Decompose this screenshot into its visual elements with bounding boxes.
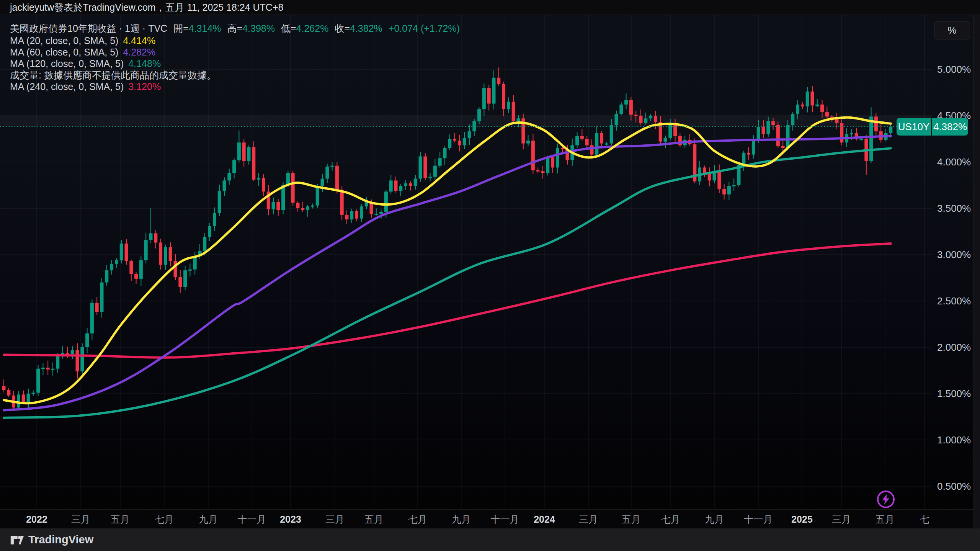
- change-value: +0.074 (+1.72%): [389, 23, 460, 34]
- ohlc-value: 4.398%: [242, 23, 275, 34]
- brand-name[interactable]: TradingView: [28, 533, 93, 546]
- time-label: 五月: [364, 510, 384, 529]
- indicator-value: 3.120%: [128, 81, 161, 92]
- ohlc-value: 4.314%: [189, 23, 221, 34]
- ohlc-label: 低=: [281, 23, 296, 34]
- time-label: 2022: [26, 510, 47, 529]
- ohlc-value: 4.262%: [296, 23, 329, 34]
- ohlc-value: 4.382%: [350, 23, 382, 34]
- time-label: 五月: [875, 510, 895, 529]
- symbol-info-row[interactable]: 美國政府債券10年期收益 · 1週 · TVC開=4.314%高=4.398%低…: [10, 22, 460, 35]
- attribution-text: jackieyutw發表於TradingView.com，五月 11, 2025…: [10, 2, 283, 13]
- ohlc-label: 開=: [173, 23, 189, 34]
- right-gutter: [973, 15, 980, 528]
- time-axis[interactable]: 2022三月五月七月九月十一月2023三月五月七月九月十一月2024三月五月七月…: [0, 509, 973, 529]
- time-label: 三月: [71, 510, 90, 529]
- ma-ma60-line: [4, 136, 891, 410]
- time-label: 七: [920, 510, 929, 529]
- svg-text:1.000%: 1.000%: [937, 434, 971, 446]
- lightning-bolt-icon: [876, 489, 896, 509]
- time-label: 十一月: [744, 510, 773, 529]
- chart-legend: 美國政府債券10年期收益 · 1週 · TVC開=4.314%高=4.398%低…: [10, 22, 460, 92]
- time-label: 2023: [280, 510, 301, 529]
- indicator-value: 4.282%: [123, 47, 155, 57]
- time-label: 七月: [661, 510, 680, 529]
- indicator-label: 成交量: 數據供應商不提供此商品的成交量數據。: [10, 70, 216, 80]
- indicator-value: 4.414%: [123, 35, 155, 46]
- svg-text:2.500%: 2.500%: [937, 295, 971, 307]
- ohlc-label: 收=: [335, 23, 350, 34]
- svg-text:3.500%: 3.500%: [937, 203, 971, 214]
- time-label: 三月: [832, 510, 851, 529]
- price-scale-unit-button[interactable]: %: [934, 21, 970, 39]
- legend-row[interactable]: MA (240, close, 0, SMA, 5)3.120%: [10, 81, 460, 92]
- symbol-title[interactable]: 美國政府債券10年期收益 · 1週 · TVC: [10, 23, 167, 34]
- time-label: 五月: [111, 510, 130, 529]
- tradingview-chart-screenshot: jackieyutw發表於TradingView.com，五月 11, 2025…: [0, 0, 980, 551]
- svg-text:4.000%: 4.000%: [937, 156, 971, 168]
- time-label: 五月: [622, 510, 641, 529]
- ma-ma20-line: [4, 118, 891, 404]
- svg-text:5.000%: 5.000%: [937, 64, 971, 75]
- time-label: 九月: [452, 510, 471, 529]
- time-label: 2025: [791, 510, 813, 529]
- svg-text:2.000%: 2.000%: [937, 342, 971, 353]
- time-label: 七月: [155, 510, 174, 529]
- time-label: 三月: [579, 510, 598, 529]
- ohlc-label: 高=: [227, 23, 243, 34]
- time-label: 九月: [199, 510, 218, 529]
- realtime-lightning-icon[interactable]: [876, 489, 896, 509]
- symbol-label: US10Y: [897, 118, 931, 136]
- time-label: 十一月: [491, 510, 519, 529]
- svg-text:1.500%: 1.500%: [937, 388, 971, 399]
- time-label: 2024: [534, 510, 555, 529]
- ma-ma240-line: [4, 244, 891, 358]
- last-price-badge: US10Y 4.382%: [897, 118, 968, 136]
- chart-pane[interactable]: 5.000%4.500%4.000%3.500%3.000%2.500%2.00…: [0, 15, 973, 509]
- attribution-bar: jackieyutw發表於TradingView.com，五月 11, 2025…: [0, 0, 980, 15]
- legend-row[interactable]: MA (120, close, 0, SMA, 5)4.148%: [10, 58, 460, 69]
- time-label: 三月: [325, 510, 345, 529]
- indicator-label: MA (240, close, 0, SMA, 5): [10, 81, 124, 92]
- tradingview-logo-icon[interactable]: [10, 533, 24, 547]
- legend-row[interactable]: 成交量: 數據供應商不提供此商品的成交量數據。: [10, 69, 460, 81]
- indicator-label: MA (120, close, 0, SMA, 5): [10, 58, 124, 69]
- time-label: 十一月: [238, 510, 266, 529]
- legend-row[interactable]: MA (60, close, 0, SMA, 5)4.282%: [10, 46, 460, 58]
- legend-row[interactable]: MA (20, close, 0, SMA, 5)4.414%: [10, 35, 460, 46]
- indicator-label: MA (20, close, 0, SMA, 5): [10, 35, 118, 46]
- svg-text:3.000%: 3.000%: [937, 249, 971, 260]
- last-price-value: 4.382%: [932, 118, 968, 136]
- ma-ma120-line: [4, 148, 891, 418]
- indicator-label: MA (60, close, 0, SMA, 5): [10, 47, 118, 57]
- svg-text:0.500%: 0.500%: [937, 481, 971, 492]
- time-label: 七月: [408, 510, 427, 529]
- footer-bar: TradingView: [0, 528, 980, 551]
- time-label: 九月: [705, 510, 724, 529]
- indicator-value: 4.148%: [128, 58, 161, 69]
